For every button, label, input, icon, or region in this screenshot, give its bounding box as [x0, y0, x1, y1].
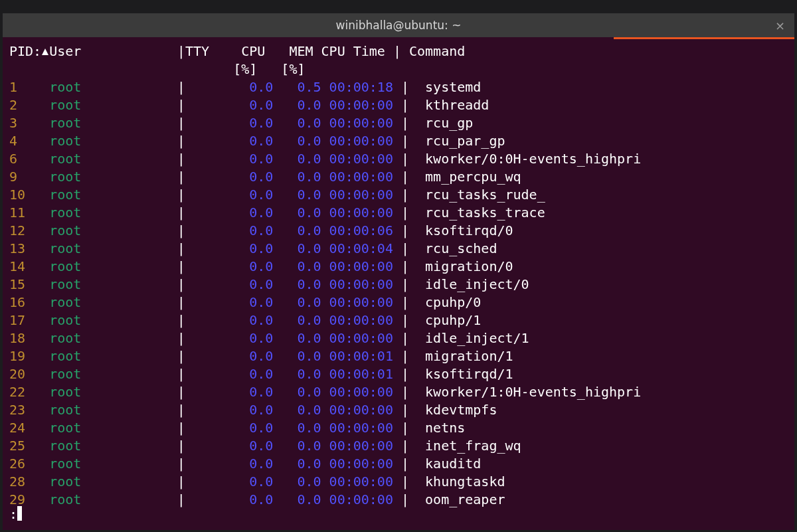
proc-command: migration/1 — [425, 347, 513, 365]
table-row[interactable]: 22root|0.00.0 00:00:00 | kworker/1:0H-ev… — [9, 383, 788, 401]
proc-command: kthreadd — [425, 96, 489, 114]
table-row[interactable]: 23root|0.00.0 00:00:00 | kdevtmpfs — [9, 401, 788, 419]
table-row[interactable]: 15root|0.00.0 00:00:00 | idle_inject/0 — [9, 276, 788, 294]
header-row-2: [%][%] — [9, 60, 788, 78]
proc-mem: 0.0 — [289, 383, 321, 401]
proc-cpu: 0.0 — [241, 311, 273, 329]
table-row[interactable]: 19root|0.00.0 00:00:01 | migration/1 — [9, 347, 788, 365]
proc-user: root — [49, 365, 177, 383]
proc-cpu-time: 00:00:00 — [329, 114, 393, 132]
proc-cpu: 0.0 — [241, 437, 273, 455]
terminal-window: winibhalla@ubuntu: ~ × PID:User|TTYCPUME… — [3, 13, 794, 530]
proc-pid: 3 — [9, 114, 49, 132]
proc-user: root — [49, 311, 177, 329]
col-command[interactable]: Command — [409, 43, 465, 60]
header-row[interactable]: PID:User|TTYCPUMEMCPU Time| Command — [9, 43, 788, 60]
proc-command: cpuhp/0 — [425, 294, 481, 311]
table-row[interactable]: 1root|0.00.5 00:00:18 | systemd — [9, 78, 788, 96]
proc-user: root — [49, 276, 177, 294]
table-row[interactable]: 4root|0.00.0 00:00:00 | rcu_par_gp — [9, 132, 788, 150]
proc-cpu: 0.0 — [241, 365, 273, 383]
table-row[interactable]: 17root|0.00.0 00:00:00 | cpuhp/1 — [9, 311, 788, 329]
proc-pid: 1 — [9, 78, 49, 96]
proc-pid: 24 — [9, 419, 49, 437]
table-row[interactable]: 18root|0.00.0 00:00:00 | idle_inject/1 — [9, 329, 788, 347]
proc-pid: 14 — [9, 258, 49, 276]
table-row[interactable]: 12root|0.00.0 00:00:06 | ksoftirqd/0 — [9, 222, 788, 240]
proc-user: root — [49, 240, 177, 258]
proc-cpu-time: 00:00:00 — [329, 96, 393, 114]
status-line[interactable]: : — [9, 506, 22, 522]
proc-command: inet_frag_wq — [425, 437, 521, 455]
col-user[interactable]: User — [49, 43, 177, 60]
table-row[interactable]: 16root|0.00.0 00:00:00 | cpuhp/0 — [9, 294, 788, 311]
proc-mem: 0.0 — [289, 204, 321, 222]
proc-cpu: 0.0 — [241, 222, 273, 240]
proc-cpu: 0.0 — [241, 204, 273, 222]
proc-pid: 19 — [9, 347, 49, 365]
proc-pid: 17 — [9, 311, 49, 329]
proc-mem: 0.0 — [289, 186, 321, 204]
proc-command: kauditd — [425, 455, 481, 473]
proc-user: root — [49, 96, 177, 114]
proc-pid: 6 — [9, 150, 49, 168]
proc-pid: 4 — [9, 132, 49, 150]
window-title: winibhalla@ubuntu: ~ — [336, 19, 462, 32]
table-row[interactable]: 24root|0.00.0 00:00:00 | netns — [9, 419, 788, 437]
table-row[interactable]: 3root|0.00.0 00:00:00 | rcu_gp — [9, 114, 788, 132]
table-row[interactable]: 6root|0.00.0 00:00:00 | kworker/0:0H-eve… — [9, 150, 788, 168]
proc-cpu-time: 00:00:00 — [329, 491, 393, 509]
col-pid[interactable]: PID: — [9, 43, 49, 60]
proc-cpu: 0.0 — [241, 491, 273, 509]
proc-user: root — [49, 78, 177, 96]
terminal-body[interactable]: PID:User|TTYCPUMEMCPU Time| Command [%][… — [3, 37, 794, 509]
col-mem[interactable]: MEM — [281, 43, 313, 60]
proc-mem: 0.0 — [289, 455, 321, 473]
proc-mem: 0.0 — [289, 222, 321, 240]
proc-user: root — [49, 437, 177, 455]
table-row[interactable]: 2root|0.00.0 00:00:00 | kthreadd — [9, 96, 788, 114]
proc-mem: 0.0 — [289, 96, 321, 114]
proc-cpu: 0.0 — [241, 96, 273, 114]
proc-cpu-time: 00:00:04 — [329, 240, 393, 258]
table-row[interactable]: 25root|0.00.0 00:00:00 | inet_frag_wq — [9, 437, 788, 455]
col-tty[interactable]: TTY — [185, 43, 233, 60]
proc-mem: 0.0 — [289, 258, 321, 276]
proc-cpu: 0.0 — [241, 114, 273, 132]
proc-command: mm_percpu_wq — [425, 168, 521, 186]
proc-cpu: 0.0 — [241, 258, 273, 276]
table-row[interactable]: 11root|0.00.0 00:00:00 | rcu_tasks_trace — [9, 204, 788, 222]
proc-cpu: 0.0 — [241, 78, 273, 96]
table-row[interactable]: 13root|0.00.0 00:00:04 | rcu_sched — [9, 240, 788, 258]
table-row[interactable]: 28root|0.00.0 00:00:00 | khungtaskd — [9, 473, 788, 491]
proc-cpu: 0.0 — [241, 329, 273, 347]
proc-command: idle_inject/1 — [425, 329, 529, 347]
col-cpu[interactable]: CPU — [233, 43, 265, 60]
proc-pid: 10 — [9, 186, 49, 204]
proc-mem: 0.0 — [289, 473, 321, 491]
proc-cpu-time: 00:00:01 — [329, 365, 393, 383]
table-row[interactable]: 20root|0.00.0 00:00:01 | ksoftirqd/1 — [9, 365, 788, 383]
proc-cpu-time: 00:00:00 — [329, 186, 393, 204]
table-row[interactable]: 9root|0.00.0 00:00:00 | mm_percpu_wq — [9, 168, 788, 186]
close-button[interactable]: × — [775, 13, 785, 37]
proc-mem: 0.0 — [289, 132, 321, 150]
proc-cpu: 0.0 — [241, 401, 273, 419]
proc-cpu-time: 00:00:00 — [329, 473, 393, 491]
proc-command: rcu_par_gp — [425, 132, 505, 150]
proc-cpu-time: 00:00:00 — [329, 437, 393, 455]
table-row[interactable]: 26root|0.00.0 00:00:00 | kauditd — [9, 455, 788, 473]
proc-command: cpuhp/1 — [425, 311, 481, 329]
process-list[interactable]: 1root|0.00.5 00:00:18 | systemd2root|0.0… — [9, 78, 788, 509]
proc-pid: 12 — [9, 222, 49, 240]
proc-pid: 23 — [9, 401, 49, 419]
proc-pid: 26 — [9, 455, 49, 473]
proc-cpu-time: 00:00:00 — [329, 168, 393, 186]
table-row[interactable]: 14root|0.00.0 00:00:00 | migration/0 — [9, 258, 788, 276]
table-row[interactable]: 10root|0.00.0 00:00:00 | rcu_tasks_rude_ — [9, 186, 788, 204]
col-cpu-time[interactable]: CPU Time — [321, 43, 393, 60]
proc-cpu-time: 00:00:00 — [329, 329, 393, 347]
table-row[interactable]: 29root|0.00.0 00:00:00 | oom_reaper — [9, 491, 788, 509]
col-mem-unit: [%] — [273, 60, 305, 78]
proc-cpu: 0.0 — [241, 383, 273, 401]
